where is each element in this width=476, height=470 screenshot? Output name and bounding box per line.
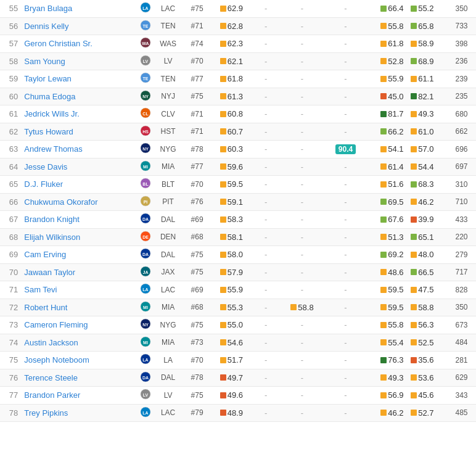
svg-text:DA: DA (142, 376, 149, 380)
player-name[interactable]: Dennis Kelly (22, 17, 137, 35)
dash-col6: - (324, 352, 367, 369)
player-name[interactable]: Sam Tevi (22, 281, 137, 299)
rank-number: 62 (0, 123, 22, 141)
svg-text:WA: WA (142, 41, 149, 46)
player-name[interactable]: Taylor Lewan (22, 70, 137, 88)
jersey-number: #70 (183, 176, 211, 194)
team-logo: MI (137, 299, 154, 316)
player-name[interactable]: Terence Steele (22, 369, 137, 387)
team-abbr: LAC (154, 281, 183, 299)
team-abbr: TEN (154, 17, 183, 35)
player-name[interactable]: Cameron Fleming (22, 316, 137, 334)
player-name[interactable]: Geron Christian Sr. (22, 35, 137, 53)
player-name[interactable]: Robert Hunt (22, 299, 137, 316)
player-name[interactable]: Brandon Parker (22, 387, 137, 405)
adp-value: 235 (447, 88, 476, 105)
dash-col4: - (252, 176, 281, 194)
rank-number: 66 (0, 193, 22, 211)
team-logo: NY (137, 88, 154, 105)
dash-col5: - (281, 35, 324, 53)
table-row: 76 Terence Steele DA DAL #78 49.7 - - - … (0, 369, 476, 387)
svg-text:TE: TE (143, 76, 149, 81)
dash-col5: - (281, 387, 324, 405)
team-logo: LV (137, 52, 154, 70)
player-name[interactable]: Elijah Wilkinson (22, 228, 137, 246)
team-abbr: NYG (154, 141, 183, 159)
jersey-number: #71 (183, 17, 211, 35)
dash-col4: - (252, 263, 281, 281)
adp-value: 717 (447, 263, 476, 281)
player-name[interactable]: Jawaan Taylor (22, 263, 137, 281)
team-abbr: NYG (154, 316, 183, 334)
team-abbr: NYJ (154, 88, 183, 105)
rank-number: 69 (0, 246, 22, 264)
adp-value: 350 (447, 0, 476, 17)
main-score: 58.1 (211, 228, 252, 246)
jersey-number: #76 (183, 193, 211, 211)
main-score: 60.3 (211, 141, 252, 159)
svg-text:LA: LA (143, 411, 149, 415)
player-name[interactable]: Andrew Thomas (22, 141, 137, 159)
jersey-number: #71 (183, 123, 211, 141)
jersey-number: #77 (183, 70, 211, 88)
jersey-number: #69 (183, 281, 211, 299)
adp-value: 279 (447, 246, 476, 264)
dash-col5: - (281, 141, 324, 159)
dash-col6: - (324, 0, 367, 17)
score-pair: 46.2 52.7 (367, 404, 447, 422)
team-logo: PI (137, 193, 154, 211)
rank-number: 57 (0, 35, 22, 53)
player-name[interactable]: Brandon Knight (22, 211, 137, 229)
adp-value: 710 (447, 193, 476, 211)
main-score: 60.8 (211, 105, 252, 123)
jersey-number: #74 (183, 35, 211, 53)
dash-col4: - (252, 352, 281, 369)
player-name[interactable]: Austin Jackson (22, 334, 137, 352)
player-name[interactable]: Joseph Noteboom (22, 352, 137, 369)
team-logo: NY (137, 316, 154, 334)
score-pair: 66.2 61.0 (367, 123, 447, 141)
adp-value: 343 (447, 387, 476, 405)
dash-col5: - (281, 70, 324, 88)
player-name[interactable]: Jedrick Wills Jr. (22, 105, 137, 123)
player-name[interactable]: Bryan Bulaga (22, 0, 137, 17)
dash-col5: - (281, 263, 324, 281)
adp-value: 485 (447, 404, 476, 422)
team-logo: DA (137, 246, 154, 264)
score-pair: 76.3 35.6 (367, 352, 447, 369)
player-name[interactable]: D.J. Fluker (22, 176, 137, 194)
player-name[interactable]: Cam Erving (22, 246, 137, 264)
team-logo: MI (137, 334, 154, 352)
player-name[interactable]: Trey Pipkins (22, 404, 137, 422)
adp-value: 281 (447, 352, 476, 369)
score-pair: 54.1 57.0 (367, 141, 447, 159)
player-name[interactable]: Chuma Edoga (22, 88, 137, 105)
player-name[interactable]: Chukwuma Okorafor (22, 193, 137, 211)
dash-col5: - (281, 0, 324, 17)
svg-text:MI: MI (143, 340, 148, 345)
dash-col6: - (324, 263, 367, 281)
team-logo: BL (137, 176, 154, 194)
rank-number: 55 (0, 0, 22, 17)
team-abbr: HST (154, 123, 183, 141)
dash-col6: - (324, 52, 367, 70)
dash-col6: - (324, 105, 367, 123)
adp-value: 662 (447, 123, 476, 141)
player-name[interactable]: Sam Young (22, 52, 137, 70)
dash-col6: - (324, 387, 367, 405)
dash-col5: - (281, 404, 324, 422)
table-row: 58 Sam Young LV LV #70 62.1 - - - 52.8 6… (0, 52, 476, 70)
dash-col4: - (252, 158, 281, 176)
rank-number: 61 (0, 105, 22, 123)
team-logo: JA (137, 263, 154, 281)
table-row: 57 Geron Christian Sr. WA WAS #74 62.3 -… (0, 35, 476, 53)
main-score: 62.1 (211, 52, 252, 70)
table-row: 63 Andrew Thomas NY NYG #78 60.3 - - 90.… (0, 141, 476, 159)
score-pair: 45.0 82.1 (367, 88, 447, 105)
team-logo: WA (137, 35, 154, 53)
player-name[interactable]: Tytus Howard (22, 123, 137, 141)
rank-number: 59 (0, 70, 22, 88)
player-name[interactable]: Jesse Davis (22, 158, 137, 176)
dash-col6: - (324, 281, 367, 299)
dash-col6: - (324, 17, 367, 35)
